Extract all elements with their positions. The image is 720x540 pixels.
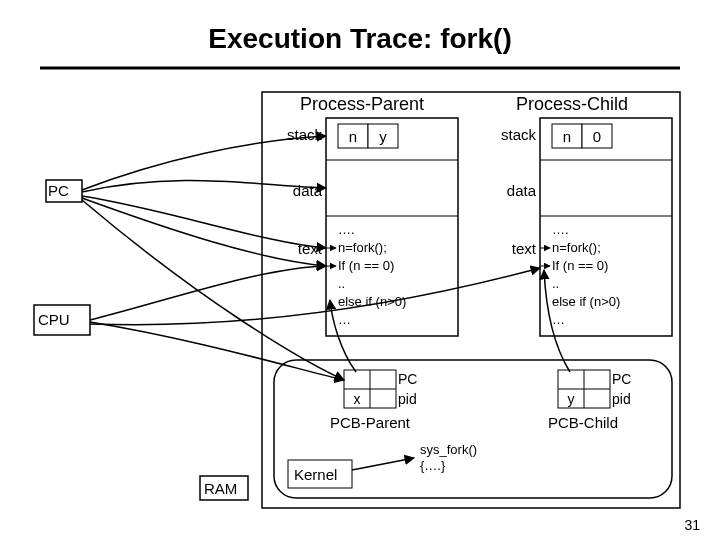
parent-text-label: text — [298, 240, 323, 257]
pcb-parent-pc: PC — [398, 371, 417, 387]
child-text-label: text — [512, 240, 537, 257]
parent-code-3: .. — [338, 276, 345, 291]
child-data-label: data — [507, 182, 537, 199]
pcb-child-label: PCB-Child — [548, 414, 618, 431]
parent-data-label: data — [293, 182, 323, 199]
ram-label: RAM — [204, 480, 237, 497]
pcb-parent-label: PCB-Parent — [330, 414, 411, 431]
page-number: 31 — [684, 517, 700, 533]
pcb-child-pid-value: y — [568, 391, 575, 407]
child-code-4: else if (n>0) — [552, 294, 620, 309]
child-code-5: … — [552, 312, 565, 327]
pcb-child-pc: PC — [612, 371, 631, 387]
child-segments: stack data text n 0 …. n=fork(); If (n =… — [501, 118, 672, 336]
kernel-label: Kernel — [294, 466, 337, 483]
parent-code-4: else if (n>0) — [338, 294, 406, 309]
child-stack-label: stack — [501, 126, 537, 143]
pc-label: PC — [48, 182, 69, 199]
parent-header: Process-Parent — [300, 94, 424, 114]
pcb-child-pid: pid — [612, 391, 631, 407]
pcb-parent-pid-value: x — [354, 391, 361, 407]
child-code-1: n=fork(); — [552, 240, 601, 255]
parent-code-1: n=fork(); — [338, 240, 387, 255]
pcb-parent-pid: pid — [398, 391, 417, 407]
parent-segments: stack data text n y …. n=fork(); If (n =… — [287, 118, 458, 336]
child-code-2: If (n == 0) — [552, 258, 608, 273]
parent-code-2: If (n == 0) — [338, 258, 394, 273]
child-n-label: n — [563, 128, 571, 145]
cpu-label: CPU — [38, 311, 70, 328]
child-n-value: 0 — [593, 128, 601, 145]
syscall-code-2: {….} — [420, 458, 446, 473]
child-code-dots: …. — [552, 222, 569, 237]
page-title: Execution Trace: fork() — [208, 23, 511, 54]
child-header: Process-Child — [516, 94, 628, 114]
parent-code-5: … — [338, 312, 351, 327]
parent-stack-label: stack — [287, 126, 323, 143]
parent-n-label: n — [349, 128, 357, 145]
syscall-code-1: sys_fork() — [420, 442, 477, 457]
parent-code-dots: …. — [338, 222, 355, 237]
child-code-3: .. — [552, 276, 559, 291]
parent-n-value: y — [379, 128, 387, 145]
